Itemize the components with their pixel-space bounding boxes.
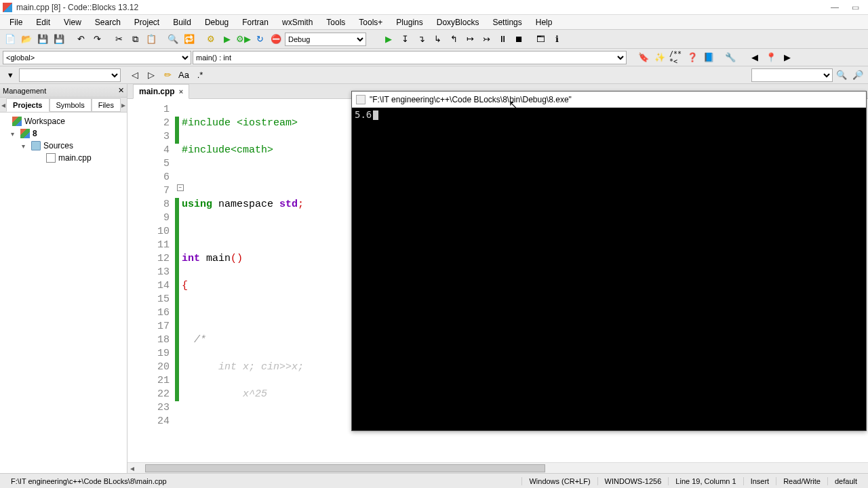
replace-icon[interactable]: 🔁 bbox=[182, 32, 197, 47]
menu-settings[interactable]: Settings bbox=[486, 16, 528, 29]
find-icon[interactable]: 🔍 bbox=[165, 32, 180, 47]
menu-tools[interactable]: Tools bbox=[319, 16, 352, 29]
nav-back-icon[interactable]: ◀ bbox=[747, 50, 762, 65]
debug-run-icon[interactable]: ▶ bbox=[381, 32, 396, 47]
doxy-help-icon[interactable]: ❓ bbox=[685, 50, 700, 65]
zoom-in-icon[interactable]: 🔍 bbox=[834, 68, 849, 83]
copy-icon[interactable]: ⧉ bbox=[127, 32, 142, 47]
management-tabs: ◂ Projects Symbols Files ▸ bbox=[0, 98, 127, 113]
maximize-button[interactable]: ▭ bbox=[845, 3, 865, 12]
build-icon[interactable]: ⚙ bbox=[203, 32, 218, 47]
stop-icon[interactable]: ⏹ bbox=[511, 32, 526, 47]
menu-toolsplus[interactable]: Tools+ bbox=[352, 16, 389, 29]
debug-windows-icon[interactable]: 🗔 bbox=[533, 32, 548, 47]
doxy-chm-icon[interactable]: 📘 bbox=[701, 50, 716, 65]
doxy-wizard-icon[interactable]: ✨ bbox=[652, 50, 667, 65]
console-window[interactable]: "F:\IT engineering\c++\Code BLocks\8\bin… bbox=[351, 91, 867, 431]
tree-project[interactable]: 8 bbox=[33, 129, 37, 138]
paste-icon[interactable]: 📋 bbox=[144, 32, 159, 47]
undo-icon[interactable]: ↶ bbox=[73, 32, 88, 47]
doxy-settings-icon[interactable]: 🔧 bbox=[723, 50, 738, 65]
thread-select[interactable] bbox=[751, 68, 833, 82]
menu-debug[interactable]: Debug bbox=[198, 16, 235, 29]
status-insert: Insert bbox=[743, 477, 776, 485]
function-select[interactable]: main() : int bbox=[193, 51, 627, 64]
editor-tab[interactable]: main.cpp × bbox=[133, 84, 189, 99]
tree-workspace[interactable]: Workspace bbox=[24, 117, 65, 126]
tab-files[interactable]: Files bbox=[92, 98, 121, 112]
tab-projects[interactable]: Projects bbox=[6, 98, 49, 112]
scroll-left-icon[interactable]: ◂ bbox=[0, 100, 6, 110]
menu-search[interactable]: Search bbox=[88, 16, 127, 29]
minimize-button[interactable]: ― bbox=[825, 3, 845, 12]
toolbar-search: ▾ ◁ ▷ ✏ Aa .* 🔍 🔎 bbox=[0, 66, 868, 84]
search-select[interactable] bbox=[19, 68, 121, 82]
new-file-icon[interactable]: 📄 bbox=[3, 32, 18, 47]
abort-icon[interactable]: ⛔ bbox=[269, 32, 283, 47]
doxy-icon[interactable]: 🔖 bbox=[636, 50, 651, 65]
dropdown-icon[interactable]: ▾ bbox=[3, 68, 18, 83]
menu-project[interactable]: Project bbox=[127, 16, 166, 29]
gutter: 123456789101112131415161718192021222324 bbox=[127, 99, 175, 473]
run-icon[interactable]: ▶ bbox=[220, 32, 235, 47]
status-eol: Windows (CR+LF) bbox=[521, 477, 597, 485]
run-to-cursor-icon[interactable]: ↧ bbox=[397, 32, 412, 47]
redo-icon[interactable]: ↷ bbox=[90, 32, 104, 47]
scrollbar-thumb[interactable] bbox=[145, 464, 545, 472]
app-icon bbox=[3, 3, 12, 12]
toolbar-main: 📄 📂 💾 💾 ↶ ↷ ✂ ⧉ 📋 🔍 🔁 ⚙ ▶ ⚙▶ ↻ ⛔ Debug ▶… bbox=[0, 30, 868, 49]
scroll-left-arrow-icon[interactable]: ◂ bbox=[127, 464, 137, 473]
build-target-select[interactable]: Debug bbox=[285, 33, 366, 46]
menu-doxyblocks[interactable]: DoxyBlocks bbox=[430, 16, 486, 29]
nav-fwd-icon[interactable]: ▶ bbox=[780, 50, 795, 65]
next-instr-icon[interactable]: ↦ bbox=[462, 32, 477, 47]
management-panel: Management ✕ ◂ Projects Symbols Files ▸ … bbox=[0, 84, 127, 473]
tree-file[interactable]: main.cpp bbox=[58, 153, 92, 163]
step-into-icon[interactable]: ↳ bbox=[430, 32, 445, 47]
close-tab-icon[interactable]: × bbox=[179, 87, 183, 96]
step-instr-icon[interactable]: ↣ bbox=[479, 32, 494, 47]
nav-location-icon[interactable]: 📍 bbox=[764, 50, 778, 65]
menu-view[interactable]: View bbox=[57, 16, 88, 29]
menu-help[interactable]: Help bbox=[529, 16, 559, 29]
project-tree[interactable]: Workspace ▾8 ▾Sources main.cpp bbox=[0, 113, 127, 473]
menu-build[interactable]: Build bbox=[166, 16, 198, 29]
menu-edit[interactable]: Edit bbox=[29, 16, 57, 29]
cursor-icon bbox=[373, 110, 378, 120]
editor-tab-label: main.cpp bbox=[139, 87, 175, 96]
menu-wxsmith[interactable]: wxSmith bbox=[275, 16, 319, 29]
build-run-icon[interactable]: ⚙▶ bbox=[236, 32, 251, 47]
match-case-icon[interactable]: Aa bbox=[176, 68, 191, 83]
cut-icon[interactable]: ✂ bbox=[111, 32, 126, 47]
tab-symbols[interactable]: Symbols bbox=[50, 98, 92, 112]
info-icon[interactable]: ℹ bbox=[549, 32, 564, 47]
menu-plugins[interactable]: Plugins bbox=[389, 16, 429, 29]
tree-sources[interactable]: Sources bbox=[43, 141, 73, 150]
save-icon[interactable]: 💾 bbox=[35, 32, 50, 47]
save-all-icon[interactable]: 💾 bbox=[52, 32, 66, 47]
status-position: Line 19, Column 1 bbox=[668, 477, 743, 485]
doxy-comment-icon[interactable]: /** *< bbox=[669, 50, 684, 65]
close-icon[interactable]: ✕ bbox=[118, 86, 124, 95]
project-icon bbox=[20, 129, 30, 138]
step-out-icon[interactable]: ↰ bbox=[446, 32, 461, 47]
scope-select[interactable]: <global> bbox=[3, 51, 191, 64]
console-titlebar[interactable]: "F:\IT engineering\c++\Code BLocks\8\bin… bbox=[352, 92, 866, 108]
console-output[interactable]: 5.6 bbox=[352, 108, 866, 430]
scroll-right-icon[interactable]: ▸ bbox=[121, 100, 127, 110]
prev-icon[interactable]: ◁ bbox=[127, 68, 142, 83]
workspace-icon bbox=[12, 117, 22, 126]
next-line-icon[interactable]: ↴ bbox=[414, 32, 429, 47]
open-icon[interactable]: 📂 bbox=[19, 32, 34, 47]
zoom-reset-icon[interactable]: 🔎 bbox=[850, 68, 865, 83]
fold-toggle-icon[interactable]: − bbox=[177, 184, 184, 191]
menu-file[interactable]: File bbox=[3, 16, 29, 29]
menu-fortran[interactable]: Fortran bbox=[235, 16, 275, 29]
horizontal-scrollbar[interactable]: ◂ bbox=[127, 462, 868, 473]
highlight-icon[interactable]: ✏ bbox=[160, 68, 175, 83]
regex-icon[interactable]: .* bbox=[193, 68, 208, 83]
break-icon[interactable]: ⏸ bbox=[495, 32, 510, 47]
next-icon[interactable]: ▷ bbox=[144, 68, 159, 83]
rebuild-icon[interactable]: ↻ bbox=[252, 32, 267, 47]
status-encoding: WINDOWS-1256 bbox=[597, 477, 669, 485]
